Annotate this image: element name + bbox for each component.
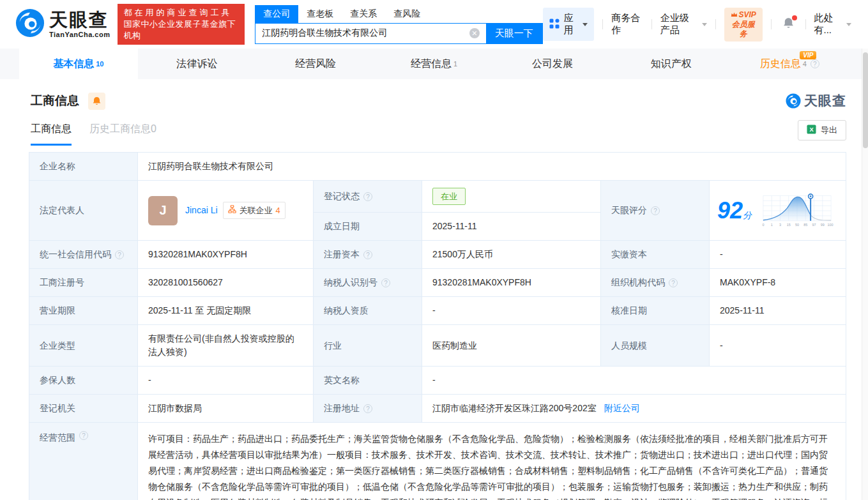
svg-text:97: 97 <box>812 222 816 226</box>
help-icon[interactable]: ? <box>381 278 390 287</box>
field-value-taxpayer-id: 91320281MAK0XYPF8H <box>422 269 601 296</box>
tab-operation-info[interactable]: 经营信息1 <box>375 49 494 79</box>
field-value-company-name: 江阴药明合联生物技术有限公司 <box>138 153 846 180</box>
field-label-business-term: 营业期限 <box>29 297 138 324</box>
search-tab-relation[interactable]: 查关系 <box>342 5 385 23</box>
tab-count: 10 <box>96 60 103 68</box>
field-label-insured-count: 参保人数 <box>29 367 138 394</box>
field-value-registered-capital: 21500万人民币 <box>422 241 601 268</box>
top-header: 天眼查 TianYanCha.com 都在用的商业查询工具 国家中小企业发展子基… <box>0 0 868 49</box>
help-icon[interactable]: ? <box>115 250 124 259</box>
legal-rep-link[interactable]: Jincai Li <box>185 204 218 217</box>
tab-history-info[interactable]: 历史信息4 ? VIP <box>730 49 849 79</box>
tab-count: 1 <box>453 60 457 68</box>
apps-button[interactable]: 应用 <box>543 8 595 41</box>
field-value-registration-number: 320281001560627 <box>138 269 314 296</box>
clear-search-icon[interactable]: ✕ <box>469 28 480 38</box>
monitor-bell-button[interactable] <box>88 93 105 110</box>
registration-status-label: 登记状态 <box>324 190 360 203</box>
table-row: 企业名称 江阴药明合联生物技术有限公司 <box>29 153 846 181</box>
tab-operation-risk[interactable]: 经营风险 <box>256 49 375 79</box>
svg-text:50: 50 <box>795 222 799 226</box>
crown-icon <box>731 10 738 20</box>
business-info-table: 企业名称 江阴药明合联生物技术有限公司 法定代表人 J Jincai Li <box>29 152 846 500</box>
related-companies-badge[interactable]: 关联企业 4 <box>223 202 286 219</box>
svg-text:1: 1 <box>771 222 773 226</box>
search-input[interactable] <box>255 24 469 43</box>
subtab-business-info[interactable]: 工商信息 <box>31 123 72 146</box>
scrollbar-thumb[interactable] <box>863 52 868 148</box>
table-row: 法定代表人 J Jincai Li <box>29 181 846 241</box>
tianyancha-logo[interactable]: 天眼查 TianYanCha.com <box>15 8 110 40</box>
field-value-registered-address: 江阴市临港经济开发区珠江路200号202室 附近公司 <box>422 395 846 422</box>
svg-text:99: 99 <box>821 222 825 226</box>
field-label-registration-authority: 登记机关 <box>29 395 138 422</box>
tab-intellectual-property[interactable]: 知识产权 <box>612 49 731 79</box>
field-label-business-scope: 经营范围? <box>29 423 138 500</box>
nav-enterprise-products[interactable]: 企业级产品 <box>660 12 707 36</box>
avatar[interactable]: J <box>148 196 178 225</box>
field-label-registered-capital: 注册资本? <box>314 241 422 268</box>
svip-label: SVIP <box>739 10 756 20</box>
field-label-taxpayer-id: 纳税人识别号? <box>314 269 422 296</box>
search-tab-risk[interactable]: 查风险 <box>385 5 429 23</box>
table-row: 企业类型 有限责任公司(非自然人投资或控股的法人独资) 行业 医药制造业 人员规… <box>29 325 846 367</box>
svip-sublabel: 会员服务 <box>731 20 756 39</box>
vertical-scrollbar[interactable] <box>862 49 868 500</box>
field-label-staff-size: 人员规模 <box>601 325 710 366</box>
field-value-english-name: - <box>422 367 846 394</box>
search-button[interactable]: 天眼一下 <box>486 24 542 43</box>
org-chart-icon <box>228 204 236 217</box>
table-row: 营业期限 2025-11-11 至 无固定期限 纳税人资质 - 核准日期 202… <box>29 297 846 325</box>
field-label-registration-number: 工商注册号 <box>29 269 138 296</box>
field-label-legal-rep: 法定代表人 <box>29 181 138 240</box>
help-icon[interactable]: ? <box>811 59 819 68</box>
tab-legal-litigation[interactable]: 法律诉讼 <box>138 49 257 79</box>
table-row: 参保人数 - 英文名称 - <box>29 367 846 395</box>
field-label-registration-status: 登记状态 ? <box>314 181 422 212</box>
nav-more-dropdown[interactable]: 此处有... <box>814 12 851 36</box>
field-label-english-name: 英文名称 <box>314 367 422 394</box>
watermark-text: 天眼查 <box>804 92 846 110</box>
nav-more-label: 此处有... <box>814 12 843 36</box>
export-button[interactable]: X 导出 <box>798 120 846 140</box>
field-value-company-type: 有限责任公司(非自然人投资或控股的法人独资) <box>138 325 314 366</box>
tab-basic-info[interactable]: 基本信息10 <box>19 49 138 79</box>
field-value-staff-size: - <box>710 325 846 366</box>
search-tab-company[interactable]: 查公司 <box>255 5 298 23</box>
nav-business-cooperation[interactable]: 商务合作 <box>611 12 643 36</box>
tianyancha-logo-icon <box>786 93 801 109</box>
help-icon[interactable]: ? <box>363 404 372 413</box>
notification-bell-button[interactable] <box>782 17 795 32</box>
section-header: 工商信息 天眼查 <box>0 79 868 110</box>
apps-label: 应用 <box>564 12 575 36</box>
field-label-paid-in-capital: 实缴资本 <box>601 241 710 268</box>
tab-basic-info-label: 基本信息 <box>53 57 94 71</box>
tab-company-development[interactable]: 公司发展 <box>493 49 612 79</box>
field-value-registration-status: 在业 <box>422 181 600 212</box>
nearby-companies-link[interactable]: 附近公司 <box>604 402 640 415</box>
help-icon[interactable]: ? <box>363 192 372 201</box>
subtab-history-business-info[interactable]: 历史工商信息0 <box>89 123 156 146</box>
tab-history-info-label: 历史信息 <box>760 57 801 71</box>
page: 天眼查 TianYanCha.com 都在用的商业查询工具 国家中小企业发展子基… <box>0 0 868 500</box>
search-tabs: 查公司 查老板 查关系 查风险 <box>255 5 543 23</box>
slogan-line2: 国家中小企业发展子基金旗下机构 <box>123 19 239 42</box>
field-value-paid-in-capital: - <box>710 241 846 268</box>
svip-member-button[interactable]: SVIP 会员服务 <box>724 8 763 42</box>
help-icon[interactable]: ? <box>651 206 660 215</box>
header-right-nav: 应用 商务合作 企业级产品 SVIP 会员服务 <box>543 8 851 42</box>
watermark-logo: 天眼查 <box>786 92 846 110</box>
help-icon[interactable]: ? <box>363 250 372 259</box>
search-tab-boss[interactable]: 查老板 <box>298 5 342 23</box>
apps-grid-icon <box>549 19 560 31</box>
help-icon[interactable]: ? <box>79 431 88 440</box>
slogan-line1: 都在用的商业查询工具 <box>123 7 239 19</box>
divider <box>602 19 603 29</box>
export-label: 导出 <box>821 125 837 136</box>
score-unit: 分 <box>743 210 752 220</box>
tab-company-development-label: 公司发展 <box>532 57 573 71</box>
registered-address-text: 江阴市临港经济开发区珠江路200号202室 <box>432 402 597 415</box>
help-icon[interactable]: ? <box>669 278 678 287</box>
company-tabs: 基本信息10 法律诉讼 经营风险 经营信息1 公司发展 知识产权 历史信息4 ?… <box>0 49 868 79</box>
